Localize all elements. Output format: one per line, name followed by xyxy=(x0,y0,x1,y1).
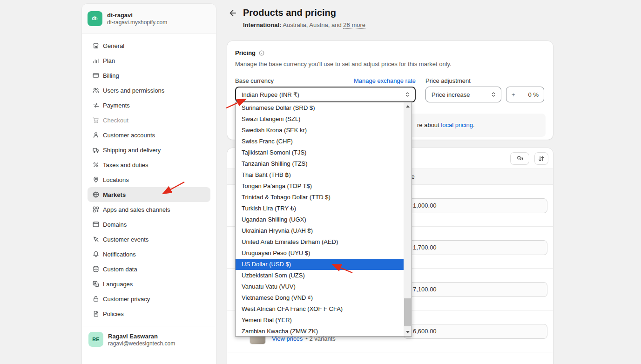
sidebar-item-customer-accounts[interactable]: Customer accounts xyxy=(88,128,210,142)
sidebar-item-label: Notifications xyxy=(103,251,136,258)
base-currency-select[interactable]: Indian Rupee (INR ₹) xyxy=(235,87,416,102)
sidebar-item-notifications[interactable]: Notifications xyxy=(88,247,210,262)
user-name: Ragavi Easwaran xyxy=(108,332,175,340)
price-adjustment-value: Price increase xyxy=(432,91,470,98)
sidebar-item-label: Domains xyxy=(103,221,127,228)
currency-option[interactable]: Yemeni Rial (YER) xyxy=(236,315,404,326)
account-footer[interactable]: RE Ragavi Easwaran ragavi@wedesigntech.c… xyxy=(82,326,216,364)
users-icon xyxy=(92,87,100,94)
sidebar-item-label: Markets xyxy=(103,191,126,198)
sidebar-item-billing[interactable]: Billing xyxy=(88,68,210,83)
adjustment-percent-input[interactable]: + 0 % xyxy=(506,87,544,102)
price-input[interactable]: 6,600.00 xyxy=(404,324,547,339)
store-domain: dt-ragavi.myshopify.com xyxy=(107,19,167,26)
price-input[interactable]: 1,000.00 xyxy=(404,198,547,213)
currency-option[interactable]: Tanzanian Shilling (TZS) xyxy=(236,158,404,169)
manage-exchange-rate-link[interactable]: Manage exchange rate xyxy=(354,77,416,84)
lock-icon xyxy=(92,295,100,303)
sidebar-item-payments[interactable]: Payments xyxy=(88,98,210,113)
sidebar-item-label: Billing xyxy=(103,72,119,79)
sidebar-item-general[interactable]: General xyxy=(88,38,210,53)
sidebar-item-customer-events[interactable]: Customer events xyxy=(88,232,210,247)
price-adjustment-select[interactable]: Price increase xyxy=(425,87,501,102)
settings-nav: General Plan Billing Users and permissio… xyxy=(82,34,216,326)
scrollbar-down-button[interactable] xyxy=(404,328,412,336)
currency-option[interactable]: Swiss Franc (CHF) xyxy=(236,136,404,147)
sidebar-item-domains[interactable]: Domains xyxy=(88,217,210,232)
sidebar-item-languages[interactable]: Languages xyxy=(88,276,210,291)
market-subtitle: International: Australia, Austria, and 2… xyxy=(243,21,553,28)
currency-option[interactable]: Swedish Krona (SEK kr) xyxy=(236,125,404,136)
sort-icon xyxy=(538,155,545,162)
currency-option[interactable]: Trinidad & Tobago Dollar (TTD $) xyxy=(236,192,404,203)
currency-option[interactable]: Tongan Pa’anga (TOP T$) xyxy=(236,181,404,192)
sidebar-item-locations[interactable]: Locations xyxy=(88,172,210,187)
user-email: ragavi@wedesigntech.com xyxy=(108,340,175,347)
sidebar-item-taxes-and-duties[interactable]: Taxes and duties xyxy=(88,157,210,172)
sidebar-item-label: Payments xyxy=(103,102,130,109)
sidebar-item-label: Languages xyxy=(103,281,133,288)
currency-option[interactable]: Uzbekistani Som (UZS) xyxy=(236,270,404,281)
currency-option[interactable]: Zambian Kwacha (ZMW ZK) xyxy=(236,326,404,337)
currency-option[interactable]: Surinamese Dollar (SRD $) xyxy=(236,102,404,114)
sidebar-item-custom-data[interactable]: Custom data xyxy=(88,262,210,276)
market-countries: Australia, Austria, and xyxy=(283,21,341,28)
cart-icon xyxy=(92,116,100,124)
currency-option[interactable]: Turkish Lira (TRY ₺) xyxy=(236,203,404,214)
back-arrow-icon xyxy=(228,8,237,18)
base-currency-value: Indian Rupee (INR ₹) xyxy=(242,91,299,98)
sidebar-item-plan[interactable]: Plan xyxy=(88,53,210,68)
currency-option[interactable]: Swazi Lilangeni (SZL) xyxy=(236,114,404,125)
sidebar-item-policies[interactable]: Policies xyxy=(88,306,210,321)
store-icon xyxy=(92,42,100,49)
currency-option[interactable]: West African CFA Franc (XOF F CFA) xyxy=(236,303,404,315)
currency-option[interactable]: Vanuatu Vatu (VUV) xyxy=(236,281,404,292)
back-button[interactable] xyxy=(227,8,237,18)
settings-sidebar: dt- dt-ragavi dt-ragavi.myshopify.com Ge… xyxy=(82,4,216,364)
sidebar-item-label: Customer events xyxy=(103,236,148,243)
sidebar-item-shipping-and-delivery[interactable]: Shipping and delivery xyxy=(88,142,210,157)
sidebar-item-checkout[interactable]: Checkout xyxy=(88,113,210,128)
currency-option[interactable]: Thai Baht (THB ฿) xyxy=(236,169,404,181)
sidebar-item-label: Apps and sales channels xyxy=(103,206,170,213)
sidebar-item-label: Taxes and duties xyxy=(103,162,148,169)
sidebar-item-label: General xyxy=(103,42,124,49)
scrollbar-thumb[interactable] xyxy=(404,298,411,326)
sidebar-item-label: Policies xyxy=(103,310,124,317)
dropdown-scrollbar[interactable] xyxy=(404,102,412,336)
store-card[interactable]: dt- dt-ragavi dt-ragavi.myshopify.com xyxy=(82,4,216,34)
sidebar-item-label: Checkout xyxy=(103,117,128,124)
sidebar-item-customer-privacy[interactable]: Customer privacy xyxy=(88,291,210,306)
price-input[interactable]: 1,700.00 xyxy=(404,240,547,255)
currency-option[interactable]: Tajikistani Somoni (TJS) xyxy=(236,147,404,158)
bell-icon xyxy=(92,250,100,258)
banner-text: re about local pricing. xyxy=(417,121,475,128)
currency-option[interactable]: Uruguayan Peso (UYU $) xyxy=(236,248,404,259)
sidebar-item-markets[interactable]: Markets xyxy=(88,187,210,202)
currency-dropdown: Surinamese Dollar (SRD $) Swazi Lilangen… xyxy=(235,102,412,337)
scrollbar-up-button[interactable] xyxy=(404,102,412,110)
currency-option[interactable]: Ugandan Shilling (UGX) xyxy=(236,214,404,225)
search-filter-button[interactable] xyxy=(510,152,529,165)
currency-option[interactable]: United Arab Emirates Dirham (AED) xyxy=(236,236,404,248)
sidebar-item-label: Users and permissions xyxy=(103,87,164,94)
currency-option[interactable]: Vietnamese Dong (VND ₫) xyxy=(236,292,404,303)
sidebar-item-users-and-permissions[interactable]: Users and permissions xyxy=(88,83,210,98)
currency-option-selected[interactable]: US Dollar (USD $) xyxy=(236,259,404,270)
settings-page: dt- dt-ragavi dt-ragavi.myshopify.com Ge… xyxy=(0,0,641,364)
person-icon xyxy=(92,131,100,139)
truck-icon xyxy=(92,146,100,154)
local-pricing-link[interactable]: local pricing xyxy=(441,121,473,128)
sidebar-item-apps-and-sales-channels[interactable]: Apps and sales channels xyxy=(88,202,210,217)
browser-icon xyxy=(92,221,100,228)
search-filter-icon xyxy=(516,155,524,162)
sort-button[interactable] xyxy=(534,152,548,165)
price-adjustment-label: Price adjustment xyxy=(425,77,471,84)
currency-option[interactable]: Ukrainian Hryvnia (UAH ₴) xyxy=(236,225,404,236)
market-more-link[interactable]: 26 more xyxy=(343,21,365,29)
info-icon[interactable] xyxy=(258,50,265,56)
sidebar-item-label: Customer privacy xyxy=(103,296,150,303)
percent-icon xyxy=(92,161,100,169)
chevron-updown-icon xyxy=(490,91,497,98)
price-input[interactable]: 7,100.00 xyxy=(404,282,547,297)
